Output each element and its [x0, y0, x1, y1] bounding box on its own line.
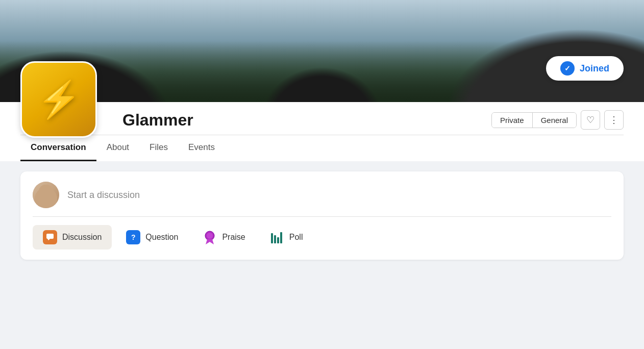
tag-general: General: [533, 113, 576, 128]
poll-button[interactable]: Poll: [260, 225, 313, 250]
question-icon: ?: [126, 230, 140, 244]
tab-conversation[interactable]: Conversation: [20, 135, 96, 161]
praise-icon: [203, 230, 217, 244]
svg-rect-6: [280, 232, 282, 243]
group-logo: ⚡: [20, 61, 97, 138]
start-discussion-input[interactable]: Start a discussion: [67, 190, 140, 201]
discussion-button[interactable]: Discussion: [33, 225, 112, 250]
discussion-input-row: Start a discussion: [33, 182, 611, 217]
tab-files[interactable]: Files: [139, 135, 178, 161]
tabs-bar: Conversation About Files Events: [20, 135, 624, 161]
action-buttons-row: Discussion ? Question Praise: [33, 225, 611, 250]
bolt-icon: ⚡: [37, 82, 81, 117]
svg-rect-5: [277, 237, 279, 243]
heart-icon: ♡: [586, 114, 595, 126]
joined-label: Joined: [580, 63, 609, 74]
praise-button[interactable]: Praise: [192, 225, 255, 250]
like-button[interactable]: ♡: [581, 110, 600, 130]
praise-label: Praise: [222, 233, 245, 242]
poll-label: Poll: [289, 233, 303, 242]
tag-group: Private General: [491, 112, 577, 128]
question-label: Question: [145, 233, 178, 242]
discussion-label: Discussion: [62, 233, 102, 242]
tab-about[interactable]: About: [96, 135, 139, 161]
question-button[interactable]: ? Question: [116, 225, 188, 250]
joined-check-icon: ✓: [560, 61, 575, 76]
content-area: Start a discussion Discussion ? Question: [0, 161, 644, 270]
tab-events[interactable]: Events: [178, 135, 225, 161]
svg-rect-0: [46, 234, 54, 239]
joined-button[interactable]: ✓ Joined: [546, 56, 624, 81]
profile-header: Glammer Private General ♡ ⋮: [20, 102, 624, 135]
more-options-button[interactable]: ⋮: [604, 110, 624, 130]
discussion-icon: [43, 230, 57, 244]
svg-rect-3: [271, 233, 273, 243]
discussion-card: Start a discussion Discussion ? Question: [20, 171, 624, 260]
user-avatar: [33, 182, 59, 208]
tag-private: Private: [492, 113, 533, 128]
svg-point-2: [207, 233, 213, 239]
poll-icon: [270, 230, 284, 244]
avatar-face: [33, 182, 59, 208]
header-actions: Private General ♡ ⋮: [491, 110, 624, 130]
svg-rect-4: [274, 235, 276, 243]
profile-section: ⚡ Glammer Private General ♡ ⋮ Conversati…: [0, 102, 644, 161]
more-icon: ⋮: [609, 114, 618, 126]
group-logo-wrapper: ⚡: [20, 61, 97, 138]
group-name: Glammer: [122, 111, 193, 130]
